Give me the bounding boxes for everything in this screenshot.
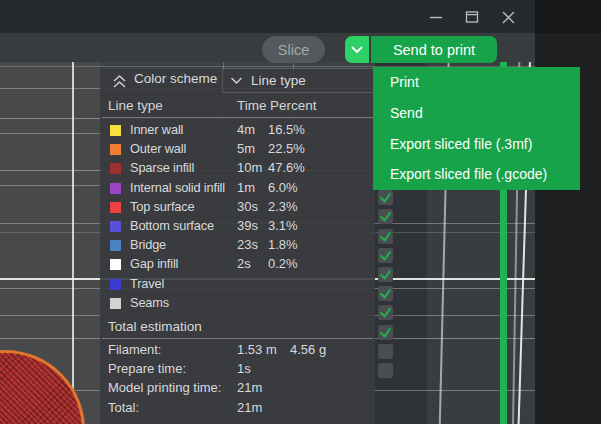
legend-time: 5m [237,141,255,156]
menu-item-print[interactable]: Print [373,67,580,98]
legend-label: Outer wall [130,141,186,156]
right-panel-strip-top [535,0,601,33]
menu-item-send[interactable]: Send [373,98,580,129]
column-header-percent: Percent [270,98,317,113]
legend-time: 4m [237,122,255,137]
color-swatch [110,221,121,232]
menu-item-export-sliced-file-3mf[interactable]: Export sliced file (.3mf) [373,129,580,160]
legend-label: Travel [130,276,164,291]
color-swatch [110,298,121,309]
visibility-checkbox-outer-wall[interactable] [378,209,393,224]
legend-label: Top surface [130,199,195,214]
total-value: 21m [237,380,262,395]
check-icon [379,326,392,339]
visibility-checkbox-seams[interactable] [378,363,393,378]
chevron-down-icon [231,77,242,85]
legend-percent: 16.5% [268,122,305,137]
toolbar: Slice Send to print [0,33,535,62]
app-window: Slice Send to print Color scheme [0,0,601,424]
divider [102,117,373,118]
legend-time: 1m [237,180,255,195]
legend-row-sparse-infill: Sparse infill 10m 47.6% [100,159,375,178]
total-estimation-title: Total estimation [108,319,202,334]
visibility-checkbox-bottom-surface[interactable] [378,286,393,301]
legend-row-top-surface: Top surface 30s 2.3% [100,198,375,217]
legend-time: 23s [237,237,258,252]
total-row-total: Total: 21m [100,399,375,418]
view-mode-value: Line type [251,73,306,88]
legend-row-travel: Travel [100,275,375,294]
check-icon [379,191,392,204]
menu-item-export-sliced-file-gcode[interactable]: Export sliced file (.gcode) [373,159,580,190]
total-row-filament: Filament: 1.53 m 4.56 g [100,341,375,360]
visibility-checkbox-top-surface[interactable] [378,267,393,282]
check-icon [379,287,392,300]
legend-percent: 2.3% [268,199,298,214]
check-icon [379,210,392,223]
visibility-checkbox-inner-wall[interactable] [378,190,393,205]
total-rows: Filament: 1.53 m 4.56 g Prepare time: 1s… [100,341,375,418]
legend-time: 10m [237,160,262,175]
legend-panel: Color scheme Line type Line type Time Pe… [100,69,375,424]
color-swatch [110,202,121,213]
total-value-2: 4.56 g [290,342,326,357]
color-swatch [110,240,121,251]
legend-rows: Inner wall 4m 16.5% Outer wall 5m 22.5% … [100,121,375,313]
titlebar [0,0,535,33]
visibility-checkbox-bridge[interactable] [378,305,393,320]
check-icon [379,230,392,243]
visibility-checkbox-internal-solid-infill[interactable] [378,248,393,263]
total-label: Model printing time: [108,380,221,395]
view-mode-dropdown[interactable]: Line type [222,68,374,93]
send-to-print-label: Send to print [393,42,475,58]
check-icon [379,249,392,262]
legend-percent: 3.1% [268,218,298,233]
legend-row-bottom-surface: Bottom surface 39s 3.1% [100,217,375,236]
slice-button-label: Slice [278,42,309,58]
chevron-down-icon [351,46,363,54]
close-icon [501,10,516,25]
divider [102,338,373,339]
legend-row-gap-infill: Gap infill 2s 0.2% [100,255,375,274]
maximize-button[interactable] [458,6,486,28]
panel-header: Color scheme Line type [100,69,375,93]
color-swatch [110,183,121,194]
legend-percent: 47.6% [268,160,305,175]
legend-label: Internal solid infill [130,180,225,195]
close-button[interactable] [494,6,522,28]
legend-label: Gap infill [130,256,178,271]
send-dropdown-arrow-button[interactable] [345,36,369,63]
legend-percent: 6.0% [268,180,298,195]
table-column-headers: Line type Time Percent [100,96,375,116]
color-swatch [110,163,121,174]
legend-label: Inner wall [130,122,183,137]
color-swatch [110,144,121,155]
slice-button[interactable]: Slice [262,36,325,63]
legend-percent: 1.8% [268,237,298,252]
legend-label: Sparse infill [130,160,194,175]
minimize-button[interactable] [422,6,450,28]
color-swatch [110,279,121,290]
color-scheme-label: Color scheme [134,71,217,86]
visibility-checkbox-sparse-infill[interactable] [378,229,393,244]
visibility-checkbox-gap-infill[interactable] [378,325,393,340]
legend-row-inner-wall: Inner wall 4m 16.5% [100,121,375,140]
legend-time: 2s [237,256,251,271]
legend-row-outer-wall: Outer wall 5m 22.5% [100,140,375,159]
legend-label: Bottom surface [130,218,214,233]
total-row-model-printing-time: Model printing time: 21m [100,379,375,398]
collapse-panel-button[interactable] [108,72,130,90]
send-to-print-button[interactable]: Send to print [371,36,497,63]
color-swatch [110,259,121,270]
legend-time: 39s [237,218,258,233]
legend-percent: 22.5% [268,141,305,156]
legend-row-seams: Seams [100,294,375,313]
column-header-line-type: Line type [108,98,163,113]
minimize-icon [429,10,443,24]
total-row-prepare-time: Prepare time: 1s [100,360,375,379]
visibility-checkbox-travel[interactable] [378,344,393,359]
legend-label: Seams [130,295,169,310]
total-value: 1.53 m [237,342,277,357]
total-label: Prepare time: [108,361,186,376]
total-value: 21m [237,400,262,415]
